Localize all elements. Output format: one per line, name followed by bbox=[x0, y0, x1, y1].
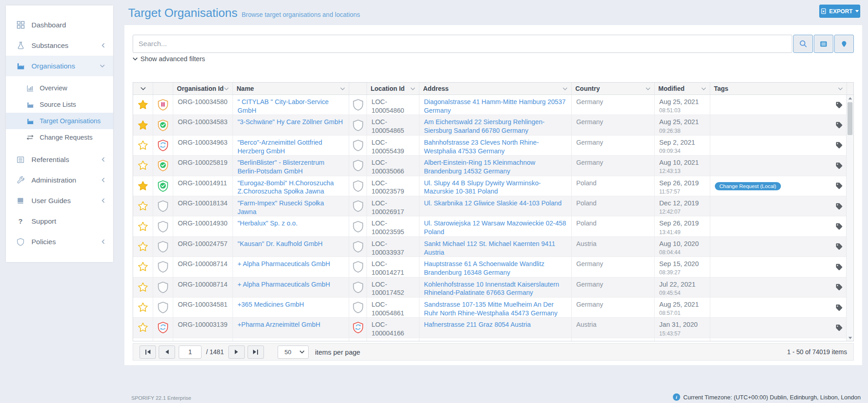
header-filler bbox=[847, 83, 854, 94]
column-header-name[interactable]: Name bbox=[233, 83, 349, 94]
table-row[interactable]: ORG-100034580 " CITYLAB " City-Labor-Ser… bbox=[133, 95, 853, 115]
sidebar-item-referentials[interactable]: Referentials bbox=[6, 149, 113, 170]
column-header-modified[interactable]: Modified bbox=[655, 83, 710, 94]
tag-icon[interactable] bbox=[835, 324, 843, 331]
previous-page-button[interactable] bbox=[159, 345, 175, 359]
page-number-input[interactable] bbox=[179, 345, 202, 359]
org-status-shield-icon bbox=[157, 139, 169, 152]
table-row[interactable]: ORG-100008714 + Alpha Pharmaceuticals Gm… bbox=[133, 257, 853, 277]
address-link[interactable]: Hauptstrasse 61 A Schoenwalde Wandlitz B… bbox=[424, 260, 544, 276]
address-link[interactable]: Ul. Starowiejska 12 Warsaw Mazowieckie 0… bbox=[424, 220, 566, 236]
tag-icon[interactable] bbox=[835, 223, 843, 230]
sidebar-item-change-requests[interactable]: Change Requests bbox=[6, 129, 113, 146]
sidebar-item-source-lists[interactable]: Source Lists bbox=[6, 96, 113, 113]
favorite-star-icon[interactable] bbox=[138, 221, 148, 232]
organisation-name-link[interactable]: + Alpha Pharmaceuticals GmbH bbox=[238, 281, 330, 288]
map-view-button[interactable] bbox=[834, 35, 854, 53]
organisation-name-link[interactable]: " CITYLAB " City-Labor-Service GmbH bbox=[238, 98, 329, 114]
favorite-star-icon[interactable] bbox=[138, 302, 148, 313]
sidebar-item-target-organisations[interactable]: Target Organisations bbox=[6, 113, 113, 129]
address-link[interactable]: Kohlenhofstrasse 10 Innenstadt Kaisersla… bbox=[424, 281, 559, 297]
export-button[interactable]: EXPORT bbox=[819, 5, 860, 18]
column-header-select[interactable] bbox=[133, 83, 153, 94]
favorite-star-icon[interactable] bbox=[138, 201, 148, 211]
table-view-button[interactable] bbox=[814, 35, 833, 53]
organisation-name-link[interactable]: +Pharma Arzneimittel GmbH bbox=[238, 321, 320, 328]
sidebar-item-administration[interactable]: Administration bbox=[6, 170, 113, 190]
address-link[interactable]: Sankt Michael 112 St. Michael Kaernten 9… bbox=[424, 240, 555, 256]
search-button[interactable] bbox=[793, 35, 813, 53]
tag-icon[interactable] bbox=[835, 263, 843, 271]
sidebar-item-policies[interactable]: Policies bbox=[6, 231, 113, 252]
table-row[interactable]: ORG-100014930 "Herbalux" Sp. z o.o. LOC-… bbox=[133, 216, 853, 236]
scrollbar-thumb[interactable] bbox=[847, 102, 852, 135]
tag-icon[interactable] bbox=[835, 283, 843, 291]
table-row[interactable]: ORG-100034583 "3-Schwäne" Hy Care Zöllne… bbox=[133, 115, 853, 135]
sidebar-item-dashboard[interactable]: Dashboard bbox=[6, 15, 113, 35]
table-row[interactable]: ORG-100025819 "BerlinBlister" - Blisterz… bbox=[133, 156, 853, 176]
sidebar-item-user-guides[interactable]: User Guides bbox=[6, 190, 113, 211]
tag-icon[interactable] bbox=[835, 182, 843, 190]
tag-icon[interactable] bbox=[835, 243, 843, 251]
tag-icon[interactable] bbox=[835, 101, 843, 109]
sidebar-item-overview[interactable]: Overview bbox=[6, 80, 113, 96]
organisation-name-link[interactable]: "BerlinBlister" - Blisterzentrum Berlin-… bbox=[238, 159, 325, 175]
table-row[interactable]: ORG-100014911 "Eurogaz-Bombi" H.Choroszu… bbox=[133, 176, 853, 196]
table-row[interactable]: ORG-100034581 +365 Medicines GmbH LOC-10… bbox=[133, 298, 853, 318]
address-link[interactable]: Ul. Skarbnika 12 Gliwice Slaskie 44-103 … bbox=[424, 199, 562, 207]
address-link[interactable]: Albert-Einstein-Ring 15 Kleinmachnow Bra… bbox=[424, 159, 535, 175]
column-header-organisation-id[interactable]: Organisation Id bbox=[173, 83, 233, 94]
tag-icon[interactable] bbox=[835, 121, 843, 129]
favorite-star-icon[interactable] bbox=[138, 322, 148, 333]
address-link[interactable]: Hafnerstrasse 211 Graz 8054 Austria bbox=[424, 321, 531, 328]
sidebar-item-support[interactable]: ? Support bbox=[6, 211, 113, 231]
table-row[interactable]: ORG-100008714 + Alpha Pharmaceuticals Gm… bbox=[133, 277, 853, 298]
organisation-name-link[interactable]: "Kausan" Dr. Kaufhold GmbH bbox=[238, 240, 323, 247]
table-row[interactable] bbox=[133, 338, 853, 341]
favorite-star-icon[interactable] bbox=[138, 99, 148, 110]
favorite-star-icon[interactable] bbox=[138, 262, 148, 272]
sidebar-item-substances[interactable]: Substances bbox=[6, 35, 113, 56]
favorite-star-icon[interactable] bbox=[138, 120, 148, 131]
first-page-button[interactable] bbox=[140, 345, 156, 359]
table-row[interactable]: ORG-100003139 +Pharma Arzneimittel GmbH … bbox=[133, 318, 853, 338]
column-header-tags[interactable]: Tags bbox=[710, 83, 847, 94]
address-link[interactable]: Diagonalstrasse 41 Hamm-Mitte Hamburg 20… bbox=[424, 98, 566, 114]
address-link[interactable]: Ul. Slupy 44 B Slupy Dywity Warminsko-Ma… bbox=[424, 179, 541, 195]
search-input[interactable] bbox=[133, 35, 792, 53]
last-page-button[interactable] bbox=[248, 345, 264, 359]
favorite-star-icon[interactable] bbox=[138, 282, 148, 293]
table-row[interactable]: ORG-100018134 "Farm-Impex" Rusecki Społk… bbox=[133, 196, 853, 216]
next-page-button[interactable] bbox=[228, 345, 245, 359]
organisation-name-link[interactable]: "Berco"-Arzneimittel Gottfried Herzberg … bbox=[238, 139, 322, 155]
organisation-name-link[interactable]: "Herbalux" Sp. z o.o. bbox=[238, 220, 298, 227]
table-row[interactable]: ORG-100024757 "Kausan" Dr. Kaufhold GmbH… bbox=[133, 237, 853, 257]
advanced-filters-toggle[interactable]: Show advanced filters bbox=[133, 55, 205, 63]
column-header-address[interactable]: Address bbox=[419, 83, 572, 94]
table-row[interactable]: ORG-100034963 "Berco"-Arzneimittel Gottf… bbox=[133, 136, 853, 156]
address-link[interactable]: Sandstrasse 107-135 Mitte Muelheim An De… bbox=[424, 301, 558, 317]
tag-icon[interactable] bbox=[835, 162, 843, 169]
tag-icon[interactable] bbox=[835, 304, 843, 311]
favorite-star-icon[interactable] bbox=[138, 140, 148, 151]
scrollbar-down-arrow[interactable] bbox=[847, 335, 853, 341]
tag-icon[interactable] bbox=[835, 141, 843, 149]
organisation-name-link[interactable]: "3-Schwäne" Hy Care Zöllner GmbH bbox=[238, 118, 343, 126]
favorite-star-icon[interactable] bbox=[138, 181, 148, 191]
column-header-location-id[interactable]: Location Id bbox=[367, 83, 419, 94]
organisation-name-link[interactable]: "Eurogaz-Bombi" H.Choroszucha Z.Choroszu… bbox=[238, 179, 334, 195]
favorite-star-icon[interactable] bbox=[138, 241, 148, 252]
modified-time: 15:43:57 bbox=[659, 330, 705, 338]
vertical-scrollbar[interactable] bbox=[846, 95, 853, 341]
organisation-name-link[interactable]: + Alpha Pharmaceuticals GmbH bbox=[238, 260, 330, 267]
favorite-star-icon[interactable] bbox=[138, 160, 148, 171]
address-link[interactable]: Bahnhofstrasse 23 Cleves North Rhine-Wes… bbox=[424, 139, 539, 155]
organisation-name-link[interactable]: "Farm-Impex" Rusecki Społka Jawna bbox=[238, 199, 324, 215]
tag-icon[interactable] bbox=[835, 202, 843, 210]
address-link[interactable]: Am Eichertswald 22 Siersburg Rehlingen-S… bbox=[424, 118, 545, 134]
column-header-country[interactable]: Country bbox=[572, 83, 655, 94]
scrollbar-up-arrow[interactable] bbox=[847, 95, 853, 101]
page-size-select[interactable]: 50 bbox=[278, 345, 309, 359]
organisation-name-link[interactable]: +365 Medicines GmbH bbox=[238, 301, 304, 308]
sidebar-item-organisations[interactable]: Organisations bbox=[6, 56, 113, 76]
